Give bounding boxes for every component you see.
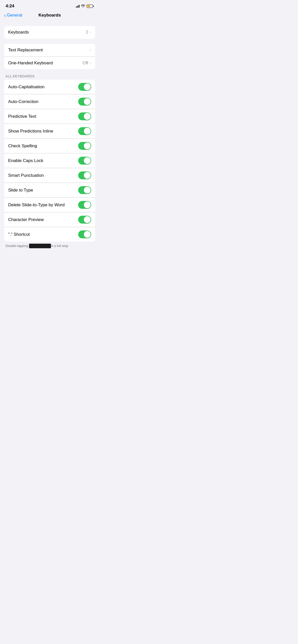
toggle-knob [84, 157, 91, 164]
slide-to-type-label: Slide to Type [8, 188, 33, 193]
keyboards-count: 2 [86, 30, 88, 35]
check-spelling-label: Check Spelling [8, 143, 37, 149]
check-spelling-toggle[interactable] [78, 142, 91, 150]
keyboards-chevron-icon: › [90, 30, 91, 35]
check-spelling-row: Check Spelling [4, 138, 95, 153]
text-replacement-row[interactable]: Text Replacement › [4, 44, 95, 56]
toggle-knob [84, 98, 91, 105]
delete-slide-to-type-label: Delete Slide-to-Type by Word [8, 202, 65, 208]
toggle-knob [84, 113, 91, 120]
status-bar: 4:24 [0, 0, 99, 11]
delete-slide-to-type-toggle[interactable] [78, 201, 91, 209]
page-title: Keyboards [38, 13, 61, 18]
battery-icon [87, 5, 94, 8]
show-predictions-inline-toggle[interactable] [78, 127, 91, 135]
delete-slide-to-type-row: Delete Slide-to-Type by Word [4, 197, 95, 212]
slide-to-type-row: Slide to Type [4, 183, 95, 197]
keyboards-right: 2 › [86, 30, 91, 35]
smart-punctuation-toggle[interactable] [78, 171, 91, 179]
enable-caps-lock-label: Enable Caps Lock [8, 158, 43, 163]
wifi-icon [81, 4, 85, 8]
auto-correction-toggle[interactable] [78, 98, 91, 106]
predictive-text-row: Predictive Text [4, 109, 95, 124]
predictive-text-label: Predictive Text [8, 114, 36, 119]
auto-correction-label: Auto-Correction [8, 99, 38, 104]
one-handed-keyboard-value: Off [83, 61, 88, 66]
toggle-knob [84, 142, 91, 149]
status-time: 4:24 [6, 4, 14, 9]
toggle-knob [84, 83, 91, 90]
enable-caps-lock-row: Enable Caps Lock [4, 153, 95, 168]
enable-caps-lock-toggle[interactable] [78, 157, 91, 165]
nav-bar: ‹ General Keyboards [0, 11, 99, 21]
auto-capitalisation-label: Auto-Capitalisation [8, 84, 45, 90]
predictive-text-toggle[interactable] [78, 112, 91, 120]
one-handed-keyboard-right: Off › [83, 61, 91, 66]
all-keyboards-section: ALL KEYBOARDS Auto-Capitalisation Auto-C… [4, 74, 95, 242]
back-button[interactable]: ‹ General [4, 13, 22, 18]
toggle-knob [84, 216, 91, 223]
keyboards-row[interactable]: Keyboards 2 › [4, 26, 95, 39]
toggle-knob [84, 187, 91, 194]
text-replacement-card: Text Replacement › One-Handed Keyboard O… [4, 44, 95, 69]
keyboards-label: Keyboards [8, 30, 29, 35]
one-handed-keyboard-label: One-Handed Keyboard [8, 61, 53, 66]
period-shortcut-row: "." Shortcut [4, 227, 95, 242]
text-replacement-section: Text Replacement › One-Handed Keyboard O… [4, 44, 95, 69]
keyboards-card: Keyboards 2 › [4, 26, 95, 39]
all-keyboards-card: Auto-Capitalisation Auto-Correction Pred… [4, 80, 95, 242]
period-shortcut-label: "." Shortcut [8, 232, 30, 237]
auto-capitalisation-row: Auto-Capitalisation [4, 80, 95, 94]
toggle-knob [84, 128, 91, 135]
keyboards-section: Keyboards 2 › [4, 26, 95, 39]
redacted-text [29, 244, 51, 248]
auto-capitalisation-toggle[interactable] [78, 83, 91, 91]
text-replacement-right: › [90, 48, 91, 53]
show-predictions-inline-label: Show Predictions Inline [8, 129, 53, 134]
back-label: General [7, 13, 22, 18]
show-predictions-inline-row: Show Predictions Inline [4, 124, 95, 138]
character-preview-toggle[interactable] [78, 216, 91, 224]
one-handed-keyboard-row[interactable]: One-Handed Keyboard Off › [4, 56, 95, 69]
toggle-knob [84, 231, 91, 238]
character-preview-label: Character Preview [8, 217, 44, 222]
text-replacement-chevron-icon: › [90, 48, 91, 53]
signal-icon [75, 5, 79, 8]
smart-punctuation-label: Smart Punctuation [8, 173, 44, 178]
one-handed-keyboard-chevron-icon: › [90, 61, 91, 66]
back-chevron-icon: ‹ [4, 13, 6, 18]
auto-correction-row: Auto-Correction [4, 94, 95, 109]
text-replacement-label: Text Replacement [8, 48, 43, 53]
status-icons [75, 4, 94, 8]
footer-note: Double-tapping rt a full stop [0, 242, 99, 253]
toggle-knob [84, 172, 91, 179]
character-preview-row: Character Preview [4, 212, 95, 227]
smart-punctuation-row: Smart Punctuation [4, 168, 95, 183]
period-shortcut-toggle[interactable] [78, 230, 91, 238]
toggle-knob [84, 201, 91, 208]
all-keyboards-label: ALL KEYBOARDS [4, 74, 95, 80]
slide-to-type-toggle[interactable] [78, 186, 91, 194]
